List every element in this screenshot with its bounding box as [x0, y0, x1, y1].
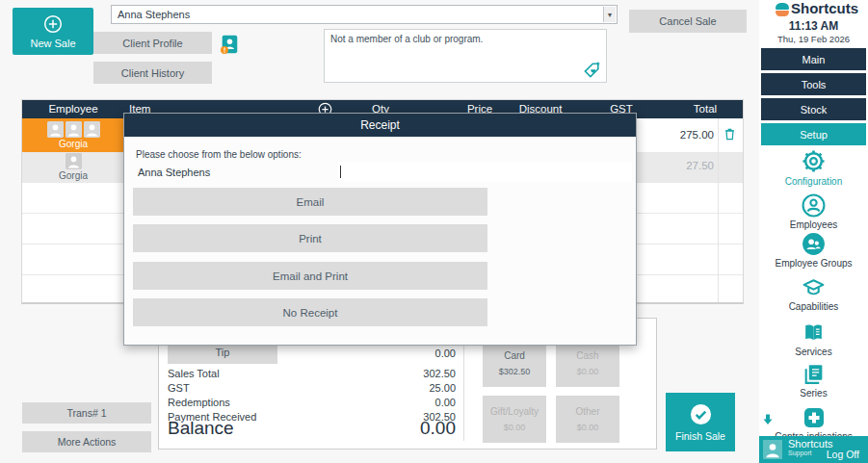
- employee-name: Gorgia: [22, 139, 124, 149]
- payment-amount: $0.00: [577, 423, 599, 432]
- layered-pages-icon: [802, 362, 826, 386]
- avatar-icon: [66, 153, 82, 169]
- brand-logo-icon: [776, 3, 789, 16]
- sidebar-item-configuration[interactable]: Configuration: [759, 148, 868, 187]
- payment-label: Other: [575, 406, 599, 417]
- payment-gift-loyalty-button[interactable]: Gift/Loyalty $0.00: [483, 396, 546, 443]
- dialog-client-name: Anna Stephens: [138, 167, 210, 178]
- support-bar: Shortcuts Support Log Off: [759, 436, 868, 463]
- sidebar-item-label: Employees: [790, 219, 837, 230]
- client-profile-button[interactable]: Client Profile: [93, 32, 212, 54]
- nav-stock[interactable]: Stock: [761, 98, 866, 120]
- receipt-dialog: Receipt Please choose from the below opt…: [123, 113, 637, 346]
- plus-cross-icon: [802, 406, 826, 429]
- sidebar-item-capabilities[interactable]: Capabilities: [759, 275, 868, 312]
- sidebar-item-label: Capabilities: [789, 301, 839, 312]
- balance-value: 0.00: [263, 418, 456, 439]
- sidebar: Shortcuts 11:13 AM Thu, 19 Feb 2026 Main…: [759, 0, 868, 463]
- membership-tag-icon[interactable]: [583, 61, 601, 79]
- support-avatar-icon: [763, 440, 782, 459]
- payment-other-button[interactable]: Other $0.00: [556, 396, 619, 443]
- finish-sale-label: Finish Sale: [675, 430, 725, 442]
- scroll-down-icon[interactable]: [762, 413, 774, 426]
- payment-amount: $0.00: [504, 423, 526, 432]
- log-off-button[interactable]: Log Off: [827, 449, 859, 460]
- graduation-cap-icon: [802, 275, 826, 299]
- avatar-icon: [84, 121, 100, 138]
- receipt-option-email-and-print[interactable]: Email and Print: [133, 262, 487, 290]
- client-name-combobox[interactable]: Anna Stephens ▼: [111, 5, 618, 24]
- payment-label: Gift/Loyalty: [490, 406, 539, 417]
- sidebar-item-label: Configuration: [785, 176, 842, 187]
- balance-label: Balance: [168, 418, 234, 439]
- payment-cash-button[interactable]: Cash $0.00: [556, 339, 619, 387]
- payment-card-button[interactable]: Card $302.50: [483, 339, 546, 387]
- sidebar-item-label: Series: [800, 388, 827, 399]
- membership-status-box: Not a member of a club or program.: [324, 29, 607, 83]
- more-actions-button[interactable]: More Actions: [22, 431, 151, 452]
- totals-row-label: Redemptions: [168, 397, 230, 408]
- check-circle-icon: [690, 403, 712, 425]
- client-history-button[interactable]: Client History: [93, 62, 212, 84]
- totals-row-label: GST: [168, 382, 190, 394]
- totals-row-value: 302.50: [303, 368, 456, 379]
- avatar-icon: [47, 121, 64, 138]
- nav-main[interactable]: Main: [761, 48, 866, 70]
- client-card-alert-icon[interactable]: [219, 34, 240, 55]
- open-book-icon: [802, 321, 826, 345]
- chevron-down-icon[interactable]: ▼: [603, 7, 616, 22]
- transaction-number-button[interactable]: Trans# 1: [22, 402, 151, 424]
- dialog-prompt: Please choose from the below options:: [136, 149, 302, 160]
- sidebar-item-label: Employee Groups: [775, 258, 852, 269]
- col-employee: Employee: [22, 103, 124, 115]
- nav-setup[interactable]: Setup: [761, 123, 866, 145]
- sidebar-item-label: Services: [795, 347, 831, 357]
- client-name-value: Anna Stephens: [118, 9, 190, 20]
- support-sub-label: Support: [788, 450, 812, 456]
- circle-plus-icon: [43, 14, 63, 34]
- membership-status-text: Not a member of a club or program.: [330, 34, 483, 44]
- payment-label: Cash: [576, 350, 598, 361]
- receipt-option-no-receipt[interactable]: No Receipt: [133, 298, 487, 326]
- dialog-title: Receipt: [124, 114, 636, 137]
- delete-row-icon[interactable]: [723, 126, 737, 141]
- cancel-sale-button[interactable]: Cancel Sale: [629, 10, 747, 33]
- table-row-employee-cell[interactable]: Gorgia: [22, 152, 124, 182]
- finish-sale-button[interactable]: Finish Sale: [666, 393, 735, 451]
- gear-icon: [801, 148, 827, 174]
- person-circle-icon: [802, 193, 826, 218]
- sidebar-item-employees[interactable]: Employees: [759, 193, 868, 230]
- col-total: Total: [677, 103, 733, 115]
- receipt-option-email[interactable]: Email: [133, 188, 487, 216]
- sidebar-item-services[interactable]: Services: [759, 321, 868, 357]
- employee-name: Gorgia: [22, 170, 124, 181]
- nav-tools[interactable]: Tools: [761, 73, 866, 95]
- payment-label: Card: [504, 350, 525, 361]
- receipt-option-print[interactable]: Print: [133, 224, 487, 252]
- tip-value: 0.00: [303, 347, 456, 359]
- sidebar-item-employee-groups[interactable]: Employee Groups: [759, 232, 868, 269]
- text-caret: [340, 166, 341, 178]
- brand-name: Shortcuts: [791, 0, 858, 16]
- email-field[interactable]: [338, 162, 632, 182]
- new-sale-button[interactable]: New Sale: [13, 8, 93, 55]
- totals-row-label: Sales Total: [168, 368, 220, 379]
- totals-row-value: 25.00: [303, 382, 456, 394]
- table-row-employee-cell[interactable]: Gorgia: [22, 118, 124, 152]
- clock-time: 11:13 AM: [759, 19, 868, 33]
- avatar-icon: [66, 121, 82, 138]
- people-group-icon: [802, 232, 826, 256]
- totals-row-value: 0.00: [303, 397, 456, 408]
- payment-amount: $302.50: [499, 367, 531, 376]
- payment-amount: $0.00: [577, 367, 599, 376]
- new-sale-label: New Sale: [30, 38, 75, 49]
- clock-date: Thu, 19 Feb 2026: [759, 34, 868, 44]
- sidebar-item-series[interactable]: Series: [759, 362, 868, 399]
